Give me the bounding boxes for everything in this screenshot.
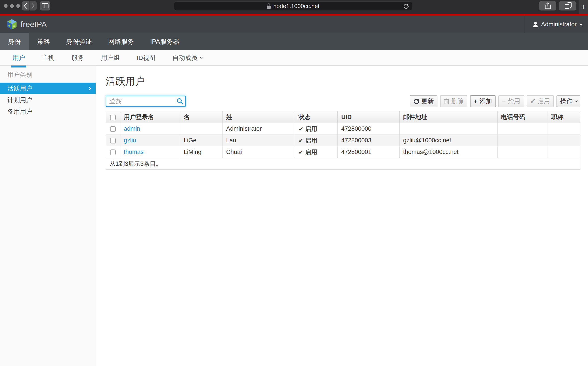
- plus-icon: +: [581, 3, 586, 11]
- user-icon: [533, 22, 538, 27]
- new-tab-button[interactable]: +: [579, 0, 588, 14]
- column-header-last-name[interactable]: 姓: [223, 111, 295, 123]
- cell-first-name: LiGe: [180, 135, 223, 146]
- column-header-first-name[interactable]: 名: [180, 111, 223, 123]
- subnav-tab-hosts[interactable]: 主机: [42, 50, 54, 65]
- sidebar-item-active-users[interactable]: 活跃用户: [0, 83, 96, 94]
- cell-last-name: Administrator: [223, 123, 295, 135]
- window-controls[interactable]: [4, 4, 20, 8]
- browser-chrome: node1.1000cc.net +: [0, 0, 588, 14]
- cell-uid: 472800000: [338, 123, 400, 135]
- main-navigation: 身份 策略 身份验证 网络服务 IPA服务器: [0, 33, 588, 50]
- brand-red-stripe: [0, 14, 588, 16]
- secondary-navigation: 用户 主机 服务 用户组 ID视图 自动成员: [0, 50, 588, 66]
- cell-phone: [497, 146, 548, 158]
- check-icon: ✔: [530, 98, 535, 104]
- toolbar: 更新 删除 + 添加 − 禁用 ✔ 启用: [410, 95, 580, 107]
- cell-phone: [497, 123, 548, 135]
- disable-button[interactable]: − 禁用: [498, 95, 524, 107]
- cell-uid: 472800001: [338, 146, 400, 158]
- table-header-row: 用户登录名 名 姓 状态 UID 邮件地址 电话号码 职称: [106, 111, 580, 123]
- browser-tab-overview-button[interactable]: [559, 1, 576, 10]
- nav-tab-network-services[interactable]: 网络服务: [100, 33, 142, 50]
- search-input[interactable]: [106, 98, 175, 105]
- page-title: 活跃用户: [106, 75, 580, 88]
- cell-first-name: LiMing: [180, 146, 223, 158]
- subnav-tab-users[interactable]: 用户: [13, 50, 25, 65]
- window-minimize-button[interactable]: [10, 4, 14, 8]
- actions-dropdown-button[interactable]: 操作: [557, 95, 580, 107]
- row-checkbox[interactable]: [110, 138, 116, 144]
- cell-last-name: Chuai: [223, 146, 295, 158]
- sidebar: 用户类别 活跃用户 计划用户 备用用户: [0, 66, 96, 366]
- browser-forward-button[interactable]: [30, 1, 37, 10]
- column-header-job-title[interactable]: 职称: [548, 111, 580, 123]
- cell-status: ✔启用: [295, 123, 338, 135]
- table-row: thomas LiMing Chuai ✔启用 472800001 thomas…: [106, 146, 580, 158]
- delete-button[interactable]: 删除: [440, 95, 467, 107]
- user-menu[interactable]: Administrator: [525, 16, 588, 33]
- app-logo[interactable]: freeIPA: [0, 19, 47, 30]
- nav-tab-identity[interactable]: 身份: [0, 33, 29, 50]
- enable-button[interactable]: ✔ 启用: [527, 95, 554, 107]
- lock-icon: [267, 3, 271, 9]
- chevron-down-icon: [200, 56, 203, 59]
- subnav-tab-services[interactable]: 服务: [71, 50, 84, 65]
- nav-tab-ipa-server[interactable]: IPA服务器: [142, 33, 188, 50]
- column-header-phone[interactable]: 电话号码: [497, 111, 548, 123]
- cell-phone: [497, 135, 548, 146]
- column-header-login[interactable]: 用户登录名: [120, 111, 180, 123]
- search-box: [106, 96, 186, 107]
- add-button[interactable]: + 添加: [470, 95, 496, 107]
- brand-name: freeIPA: [21, 20, 47, 29]
- cell-email: thomas@1000cc.net: [400, 146, 497, 158]
- tabs-overview-icon: [565, 4, 569, 9]
- browser-back-button[interactable]: [22, 1, 29, 10]
- column-header-email[interactable]: 邮件地址: [400, 111, 497, 123]
- pagination-summary: 从1到3显示3条目。: [106, 158, 580, 170]
- sidebar-item-preserved-users[interactable]: 备用用户: [0, 106, 96, 118]
- minus-icon: −: [502, 98, 505, 104]
- plus-icon: +: [474, 98, 477, 104]
- cell-email: [400, 123, 497, 135]
- cell-job-title: [548, 146, 580, 158]
- cell-job-title: [548, 135, 580, 146]
- reload-button[interactable]: [403, 3, 409, 9]
- user-login-link[interactable]: admin: [124, 125, 140, 132]
- table-row: gzliu LiGe Lau ✔启用 472800003 gzliu@1000c…: [106, 135, 580, 146]
- cell-status: ✔启用: [295, 135, 338, 146]
- browser-share-button[interactable]: [539, 1, 556, 10]
- window-zoom-button[interactable]: [16, 4, 20, 8]
- chevron-right-icon: [31, 3, 35, 9]
- main-content: 活跃用户 更新 删除 + 添加: [96, 66, 588, 366]
- chevron-down-icon: [579, 22, 583, 26]
- subnav-tab-automember[interactable]: 自动成员: [173, 50, 202, 65]
- refresh-button[interactable]: 更新: [410, 95, 437, 107]
- refresh-icon: [413, 98, 419, 104]
- cell-job-title: [548, 123, 580, 135]
- trash-icon: [444, 98, 449, 104]
- check-icon: ✔: [298, 126, 303, 132]
- address-bar[interactable]: node1.1000cc.net: [174, 1, 412, 11]
- freeipa-cube-icon: [7, 19, 17, 30]
- row-checkbox[interactable]: [110, 126, 116, 132]
- search-icon[interactable]: [175, 98, 185, 105]
- nav-tab-authentication[interactable]: 身份验证: [58, 33, 100, 50]
- caret-down-icon: [575, 99, 578, 102]
- check-icon: ✔: [298, 149, 303, 155]
- table-row: admin Administrator ✔启用 472800000: [106, 123, 580, 135]
- users-table: 用户登录名 名 姓 状态 UID 邮件地址 电话号码 职称 admin Admi…: [106, 111, 580, 170]
- sidebar-item-stage-users[interactable]: 计划用户: [0, 94, 96, 106]
- user-login-link[interactable]: thomas: [124, 149, 144, 155]
- sidebar-panel-icon: [42, 3, 48, 8]
- user-login-link[interactable]: gzliu: [124, 137, 136, 144]
- browser-sidebar-toggle-button[interactable]: [40, 1, 50, 10]
- row-checkbox[interactable]: [110, 150, 116, 155]
- select-all-checkbox[interactable]: [110, 115, 116, 120]
- nav-tab-policy[interactable]: 策略: [29, 33, 58, 50]
- subnav-tab-id-views[interactable]: ID视图: [137, 50, 156, 65]
- window-close-button[interactable]: [4, 4, 8, 8]
- column-header-uid[interactable]: UID: [338, 111, 400, 123]
- column-header-status[interactable]: 状态: [295, 111, 338, 123]
- subnav-tab-user-groups[interactable]: 用户组: [101, 50, 120, 65]
